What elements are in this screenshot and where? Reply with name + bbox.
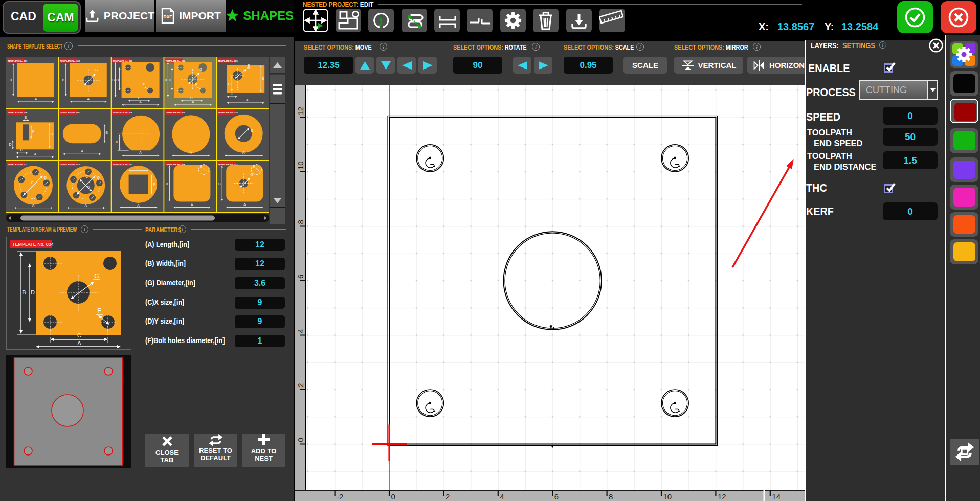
svg-text:B: B	[165, 78, 167, 82]
svg-text:0: 0	[296, 438, 305, 442]
svg-text:B: B	[106, 131, 108, 134]
svg-text:B: B	[112, 78, 115, 82]
svg-text:12: 12	[296, 107, 305, 116]
svg-text:TEMPLATE No. 004: TEMPLATE No. 004	[165, 60, 185, 62]
svg-text:2: 2	[296, 383, 305, 388]
svg-text:E: E	[253, 165, 255, 168]
svg-text:E: E	[200, 165, 203, 168]
svg-text:TEMPLATE No. 001: TEMPLATE No. 001	[8, 60, 28, 62]
svg-text:C: C	[77, 332, 81, 338]
svg-text:10: 10	[663, 492, 672, 501]
svg-text:TEMPLATE No. 008: TEMPLATE No. 008	[113, 111, 133, 114]
svg-text:G: G	[199, 67, 202, 71]
svg-text:TEMPLATE No. 011: TEMPLATE No. 011	[8, 163, 28, 166]
svg-text:-2: -2	[337, 492, 343, 501]
svg-text:D: D	[97, 176, 100, 179]
svg-text:D: D	[31, 289, 35, 295]
svg-text:C: C	[31, 181, 34, 185]
svg-text:F: F	[195, 83, 197, 86]
svg-text:D: D	[228, 82, 231, 86]
svg-text:4: 4	[500, 492, 504, 501]
svg-text:A: A	[243, 203, 246, 207]
svg-text:E: E	[248, 64, 250, 67]
svg-text:TEMPLATE No. 004: TEMPLATE No. 004	[12, 242, 54, 247]
svg-text:B: B	[51, 132, 53, 136]
svg-text:A: A	[137, 203, 140, 207]
svg-text:A: A	[191, 203, 193, 207]
svg-text:A: A	[242, 151, 245, 154]
svg-text:TEMPLATE No. 010: TEMPLATE No. 010	[218, 111, 238, 114]
svg-text:E: E	[137, 166, 140, 170]
svg-text:A: A	[77, 340, 81, 346]
svg-text:F: F	[32, 130, 34, 133]
svg-text:A: A	[35, 97, 37, 101]
svg-text:A: A	[139, 100, 142, 104]
svg-text:G: G	[94, 272, 99, 280]
svg-text:6: 6	[296, 275, 305, 279]
svg-text:A: A	[139, 151, 142, 154]
svg-text:F: F	[97, 307, 101, 314]
svg-text:B: B	[87, 185, 90, 189]
svg-text:D: D	[44, 176, 47, 179]
svg-text:B: B	[116, 140, 118, 144]
svg-text:12: 12	[718, 492, 726, 501]
svg-text:F: F	[153, 183, 155, 186]
svg-text:A: A	[85, 203, 87, 207]
svg-text:C: C	[20, 148, 23, 152]
svg-text:TEMPLATE No. 002: TEMPLATE No. 002	[60, 60, 80, 62]
svg-text:A: A	[87, 97, 90, 101]
svg-text:A: A	[192, 100, 194, 104]
svg-text:B: B	[22, 289, 26, 295]
svg-text:B: B	[251, 129, 253, 132]
svg-text:TEMPLATE No. 009: TEMPLATE No. 009	[165, 111, 185, 114]
svg-text:B: B	[62, 78, 65, 82]
svg-text:2: 2	[446, 492, 450, 501]
svg-text:TEMPLATE No. 006: TEMPLATE No. 006	[8, 111, 28, 114]
svg-text:E: E	[25, 116, 27, 119]
svg-text:B: B	[10, 78, 12, 82]
svg-text:D: D	[116, 78, 119, 82]
svg-text:8: 8	[609, 492, 613, 501]
svg-text:A: A	[32, 203, 35, 207]
svg-text:G: G	[95, 68, 98, 72]
svg-text:F: F	[143, 83, 145, 86]
svg-text:6: 6	[554, 492, 559, 501]
svg-text:C: C	[138, 96, 140, 100]
svg-text:B: B	[218, 182, 221, 186]
svg-text:TEMPLATE No. 012: TEMPLATE No. 012	[60, 163, 80, 166]
svg-text:10: 10	[296, 161, 305, 170]
svg-text:TEMPLATE No. 013: TEMPLATE No. 013	[113, 163, 133, 166]
svg-text:TEMPLATE No. 007: TEMPLATE No. 007	[60, 111, 80, 114]
svg-text:A: A	[246, 98, 249, 102]
svg-text:A: A	[190, 151, 192, 154]
svg-text:C: C	[190, 96, 193, 100]
svg-text:A: A	[81, 149, 84, 153]
svg-text:TEMPLATE No. 005: TEMPLATE No. 005	[218, 60, 238, 62]
svg-text:8: 8	[296, 220, 305, 224]
svg-text:C: C	[85, 175, 88, 178]
svg-text:0: 0	[391, 492, 395, 501]
svg-text:D: D	[9, 143, 12, 146]
svg-text:A: A	[34, 152, 37, 156]
svg-text:D: D	[169, 78, 171, 82]
svg-text:C: C	[231, 92, 233, 96]
svg-text:TEMPLATE No. 003: TEMPLATE No. 003	[113, 60, 133, 62]
svg-text:B: B	[166, 182, 168, 186]
svg-text:G: G	[251, 173, 253, 176]
svg-text:B: B	[262, 77, 264, 80]
svg-text:4: 4	[296, 329, 305, 333]
svg-text:14: 14	[772, 492, 781, 501]
svg-text:DXF: DXF	[164, 14, 172, 19]
